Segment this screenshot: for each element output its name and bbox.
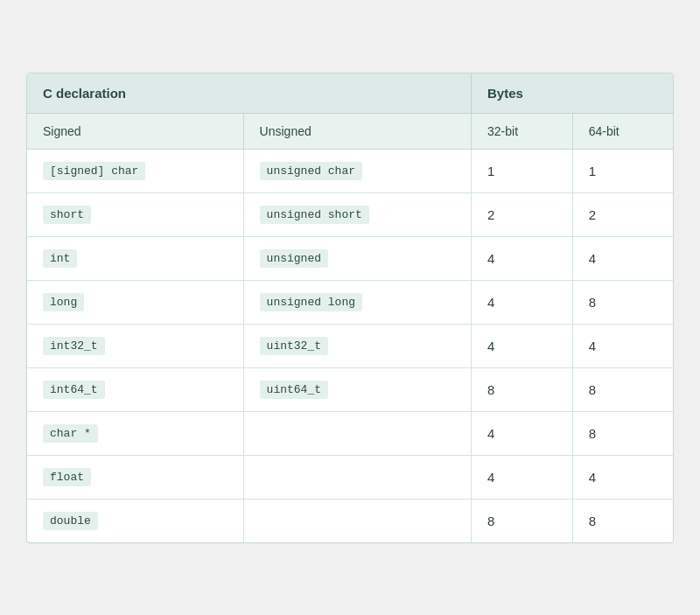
32bit-cell: 2 — [472, 192, 573, 236]
unsigned-cell — [243, 499, 471, 542]
bytes-header: Bytes — [472, 73, 673, 114]
unsigned-code: unsigned long — [260, 293, 362, 311]
64bit-cell: 4 — [572, 324, 673, 367]
unsigned-code: unsigned short — [260, 206, 369, 224]
unsigned-cell: uint64_t — [243, 367, 471, 411]
signed-cell: float — [27, 455, 243, 499]
c-declaration-table: C declaration Bytes Signed Unsigned 32-b… — [27, 73, 673, 542]
unsigned-cell: unsigned short — [243, 192, 471, 236]
signed-code: double — [43, 512, 98, 530]
signed-cell: long — [27, 280, 243, 324]
table-header-row-1: C declaration Bytes — [27, 73, 673, 114]
signed-cell: int — [27, 236, 243, 280]
table-row: shortunsigned short22 — [27, 192, 673, 236]
signed-cell: double — [27, 499, 243, 542]
unsigned-cell: unsigned long — [243, 280, 471, 324]
unsigned-cell — [243, 455, 471, 499]
signed-cell: short — [27, 192, 243, 236]
table-header-row-2: Signed Unsigned 32-bit 64-bit — [27, 113, 673, 149]
64bit-col-header: 64-bit — [572, 113, 673, 149]
signed-cell: [signed] char — [27, 149, 243, 192]
unsigned-cell: unsigned char — [243, 149, 471, 192]
32bit-cell: 4 — [472, 324, 573, 367]
32bit-cell: 1 — [472, 149, 573, 192]
32bit-cell: 4 — [472, 455, 573, 499]
signed-code: int — [43, 249, 77, 268]
signed-cell: int64_t — [27, 367, 243, 411]
unsigned-cell — [243, 411, 471, 455]
c-declaration-header: C declaration — [27, 73, 472, 114]
64bit-cell: 8 — [572, 280, 673, 324]
32bit-cell: 4 — [472, 411, 573, 455]
64bit-cell: 2 — [572, 192, 673, 236]
64bit-cell: 8 — [572, 411, 673, 455]
table-row: double88 — [27, 499, 673, 542]
table-row: int32_tuint32_t44 — [27, 324, 673, 367]
64bit-cell: 8 — [572, 367, 673, 411]
table-row: [signed] charunsigned char11 — [27, 149, 673, 192]
main-table-wrapper: C declaration Bytes Signed Unsigned 32-b… — [26, 73, 674, 543]
signed-code: short — [43, 206, 91, 224]
table-row: float44 — [27, 455, 673, 499]
unsigned-code: uint32_t — [260, 337, 328, 355]
signed-cell: int32_t — [27, 324, 243, 367]
64bit-cell: 8 — [572, 499, 673, 542]
32bit-col-header: 32-bit — [472, 113, 573, 149]
unsigned-code: unsigned — [260, 249, 328, 268]
table-row: longunsigned long48 — [27, 280, 673, 324]
signed-col-header: Signed — [27, 113, 243, 149]
table-row: int64_tuint64_t88 — [27, 367, 673, 411]
32bit-cell: 8 — [472, 367, 573, 411]
32bit-cell: 4 — [472, 236, 573, 280]
signed-code: [signed] char — [43, 162, 145, 180]
unsigned-code: uint64_t — [260, 381, 328, 399]
32bit-cell: 8 — [472, 499, 573, 542]
unsigned-cell: uint32_t — [243, 324, 471, 367]
signed-code: float — [43, 468, 91, 486]
unsigned-col-header: Unsigned — [243, 113, 471, 149]
table-row: char *48 — [27, 411, 673, 455]
unsigned-code: unsigned char — [260, 162, 362, 180]
64bit-cell: 1 — [572, 149, 673, 192]
signed-code: long — [43, 293, 84, 311]
32bit-cell: 4 — [472, 280, 573, 324]
table-body: [signed] charunsigned char11shortunsigne… — [27, 149, 673, 542]
64bit-cell: 4 — [572, 455, 673, 499]
signed-cell: char * — [27, 411, 243, 455]
64bit-cell: 4 — [572, 236, 673, 280]
signed-code: int32_t — [43, 337, 105, 355]
table-row: intunsigned44 — [27, 236, 673, 280]
unsigned-cell: unsigned — [243, 236, 471, 280]
signed-code: int64_t — [43, 381, 105, 399]
signed-code: char * — [43, 424, 98, 443]
